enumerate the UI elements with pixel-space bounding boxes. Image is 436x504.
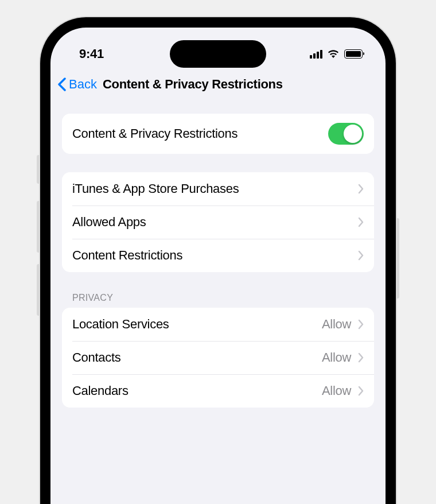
chevron-right-icon (358, 250, 364, 261)
chevron-right-icon (358, 352, 364, 363)
itunes-app-store-row[interactable]: iTunes & App Store Purchases (62, 172, 374, 206)
chevron-right-icon (358, 184, 364, 194)
row-label: Calendars (72, 383, 129, 398)
settings-content: Content & Privacy Restrictions iTunes & … (50, 114, 386, 408)
cellular-signal-icon (310, 49, 322, 59)
contacts-row[interactable]: Contacts Allow (62, 341, 374, 374)
status-time: 9:41 (79, 46, 104, 61)
calendars-row[interactable]: Calendars Allow (62, 374, 374, 408)
row-label: Allowed Apps (72, 215, 146, 230)
phone-frame: 9:41 Back Content & Privacy Restrictions (40, 17, 396, 504)
row-label: Content & Privacy Restrictions (72, 126, 238, 141)
back-label: Back (69, 77, 97, 92)
row-label: Contacts (72, 350, 120, 365)
row-value: Allow (322, 383, 351, 398)
page-title: Content & Privacy Restrictions (103, 77, 283, 92)
battery-icon (344, 49, 363, 59)
row-label: iTunes & App Store Purchases (72, 181, 239, 196)
toggle-group: Content & Privacy Restrictions (62, 114, 374, 154)
wifi-icon (327, 49, 340, 59)
row-label: Location Services (72, 317, 169, 332)
side-button (37, 264, 40, 316)
content-restrictions-row[interactable]: Content Restrictions (62, 239, 374, 272)
row-label: Content Restrictions (72, 248, 182, 263)
status-icons (310, 49, 363, 59)
toggle-switch[interactable] (328, 123, 364, 145)
chevron-right-icon (358, 217, 364, 227)
dynamic-island (170, 40, 266, 68)
chevron-left-icon (57, 77, 67, 91)
chevron-right-icon (358, 386, 364, 396)
side-button (37, 155, 40, 184)
row-value: Allow (322, 350, 351, 365)
privacy-header: Privacy (62, 293, 374, 308)
location-services-row[interactable]: Location Services Allow (62, 308, 374, 341)
nav-bar: Back Content & Privacy Restrictions (50, 68, 386, 101)
chevron-right-icon (358, 319, 364, 329)
toggle-knob (344, 125, 362, 143)
side-button (396, 218, 399, 298)
back-button[interactable]: Back (57, 77, 97, 92)
main-group: iTunes & App Store Purchases Allowed App… (62, 172, 374, 272)
side-button (37, 201, 40, 253)
privacy-group: Location Services Allow Contacts Allow (62, 308, 374, 408)
screen: 9:41 Back Content & Privacy Restrictions (50, 28, 386, 504)
content-privacy-toggle-row[interactable]: Content & Privacy Restrictions (62, 114, 374, 154)
allowed-apps-row[interactable]: Allowed Apps (62, 206, 374, 239)
row-value: Allow (322, 317, 351, 332)
